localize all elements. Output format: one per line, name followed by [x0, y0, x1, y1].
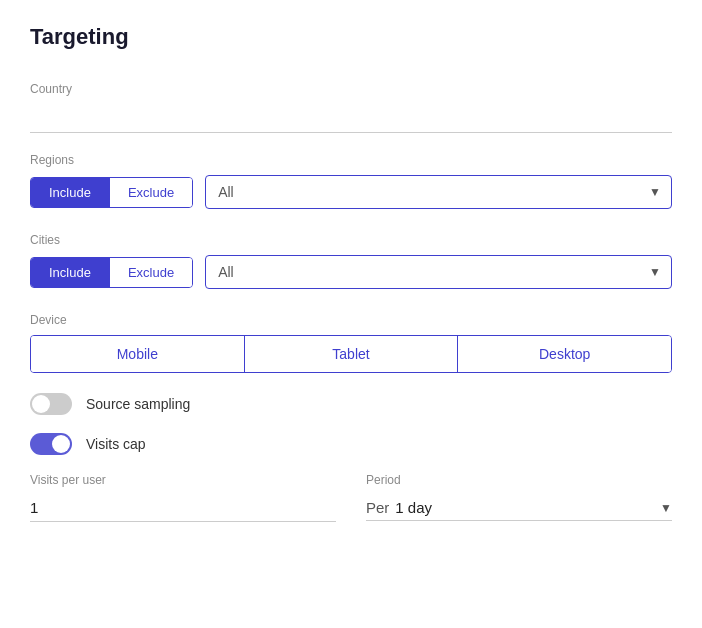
regions-select[interactable]: All [206, 176, 671, 208]
source-sampling-row: Source sampling [30, 393, 672, 415]
regions-include-button[interactable]: Include [31, 178, 109, 207]
cities-section: Cities Include Exclude All ▼ [30, 233, 672, 289]
cities-filter-row: Include Exclude All ▼ [30, 255, 672, 289]
regions-label: Regions [30, 153, 672, 167]
period-select[interactable]: 1 day 7 days 30 days [395, 499, 656, 516]
regions-exclude-button[interactable]: Exclude [109, 178, 192, 207]
period-field: Period Per 1 day 7 days 30 days ▼ [366, 473, 672, 522]
country-input[interactable] [30, 104, 672, 133]
regions-section: Regions Include Exclude All ▼ [30, 153, 672, 209]
regions-include-exclude-group: Include Exclude [30, 177, 193, 208]
cities-select[interactable]: All [206, 256, 671, 288]
period-label: Period [366, 473, 672, 487]
visits-period-row: Visits per user Period Per 1 day 7 days … [30, 473, 672, 522]
visits-cap-toggle[interactable] [30, 433, 72, 455]
regions-filter-row: Include Exclude All ▼ [30, 175, 672, 209]
device-mobile-button[interactable]: Mobile [31, 336, 245, 372]
device-desktop-button[interactable]: Desktop [458, 336, 671, 372]
cities-label: Cities [30, 233, 672, 247]
cities-include-exclude-group: Include Exclude [30, 257, 193, 288]
source-sampling-label: Source sampling [86, 396, 190, 412]
source-sampling-toggle[interactable] [30, 393, 72, 415]
period-select-arrow: ▼ [660, 501, 672, 515]
device-label: Device [30, 313, 672, 327]
visits-per-user-label: Visits per user [30, 473, 336, 487]
device-group: Mobile Tablet Desktop [30, 335, 672, 373]
country-section: Country [30, 82, 672, 133]
period-prefix: Per [366, 499, 389, 516]
period-select-wrapper: Per 1 day 7 days 30 days ▼ [366, 495, 672, 521]
visits-cap-label: Visits cap [86, 436, 146, 452]
cities-select-wrapper: All ▼ [205, 255, 672, 289]
device-section: Device Mobile Tablet Desktop [30, 313, 672, 373]
visits-cap-row: Visits cap [30, 433, 672, 455]
visits-per-user-field: Visits per user [30, 473, 336, 522]
cities-exclude-button[interactable]: Exclude [109, 258, 192, 287]
country-label: Country [30, 82, 672, 96]
visits-input-wrapper [30, 495, 336, 522]
device-tablet-button[interactable]: Tablet [245, 336, 459, 372]
regions-select-wrapper: All ▼ [205, 175, 672, 209]
cities-include-button[interactable]: Include [31, 258, 109, 287]
page-title: Targeting [30, 24, 672, 50]
visits-per-user-input[interactable] [30, 499, 336, 516]
